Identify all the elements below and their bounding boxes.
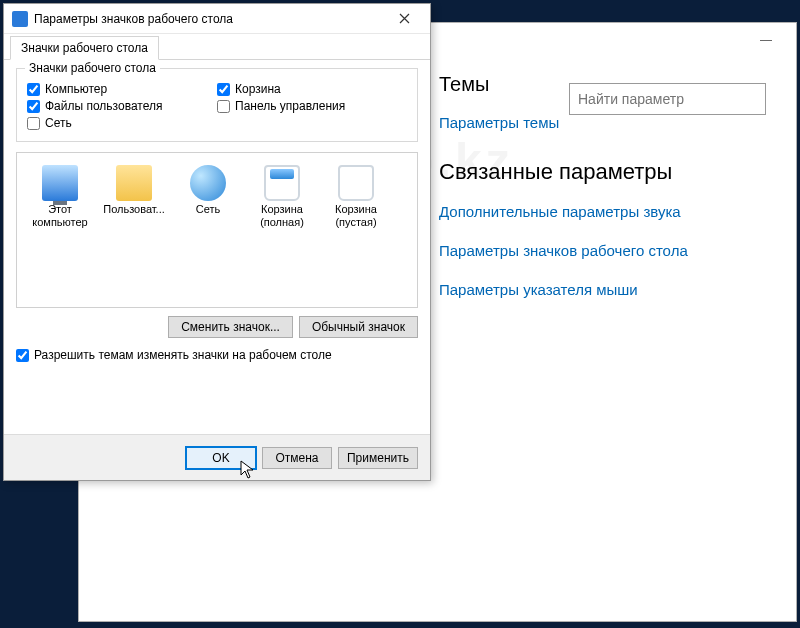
change-icon-button[interactable]: Сменить значок...	[168, 316, 293, 338]
icon-buttons-row: Сменить значок... Обычный значок	[16, 316, 418, 338]
tab-row: Значки рабочего стола	[4, 34, 430, 60]
icon-network[interactable]: Сеть	[171, 161, 245, 231]
recycle-bin-full-icon	[264, 165, 300, 201]
network-icon	[190, 165, 226, 201]
checkbox-label: Файлы пользователя	[45, 99, 162, 113]
themes-settings-link[interactable]: Параметры темы	[439, 114, 766, 131]
icon-label: (полная)	[245, 216, 319, 229]
icon-label: Корзина	[319, 203, 393, 216]
close-button[interactable]	[384, 6, 424, 32]
checkbox-recycle-bin[interactable]: Корзина	[217, 82, 407, 96]
icon-this-pc[interactable]: Этот компьютер	[23, 161, 97, 231]
cancel-button[interactable]: Отмена	[262, 447, 332, 469]
default-icon-button[interactable]: Обычный значок	[299, 316, 418, 338]
mouse-pointer-settings-link[interactable]: Параметры указателя мыши	[439, 281, 766, 298]
minimize-button[interactable]: —	[744, 25, 788, 55]
checkbox-control-panel-input[interactable]	[217, 100, 230, 113]
dialog-title: Параметры значков рабочего стола	[34, 12, 384, 26]
icon-user[interactable]: Пользоват...	[97, 161, 171, 231]
settings-content: Темы Параметры темы Связанные параметры …	[439, 63, 786, 320]
checkbox-grid: Компьютер Файлы пользователя Сеть Корзин…	[27, 79, 407, 133]
icon-label: (пустая)	[319, 216, 393, 229]
checkbox-network-input[interactable]	[27, 117, 40, 130]
allow-themes-label: Разрешить темам изменять значки на рабоч…	[34, 348, 332, 362]
checkbox-label: Сеть	[45, 116, 72, 130]
checkbox-recycle-bin-input[interactable]	[217, 83, 230, 96]
icon-label: Пользоват...	[97, 203, 171, 216]
checkbox-label: Панель управления	[235, 99, 345, 113]
checkbox-control-panel[interactable]: Панель управления	[217, 99, 407, 113]
dialog-footer: OK Отмена Применить	[4, 434, 430, 480]
icon-recycle-full[interactable]: Корзина (полная)	[245, 161, 319, 231]
icons-list[interactable]: Этот компьютер Пользоват... Сеть Корзина…	[16, 152, 418, 308]
icon-recycle-empty[interactable]: Корзина (пустая)	[319, 161, 393, 231]
icon-label: компьютер	[23, 216, 97, 229]
related-heading: Связанные параметры	[439, 159, 766, 185]
checkbox-network[interactable]: Сеть	[27, 116, 217, 130]
icon-label: Корзина	[245, 203, 319, 216]
allow-themes-checkbox[interactable]: Разрешить темам изменять значки на рабоч…	[16, 348, 418, 362]
desktop-icons-settings-link[interactable]: Параметры значков рабочего стола	[439, 242, 766, 259]
recycle-bin-empty-icon	[338, 165, 374, 201]
groupbox-legend: Значки рабочего стола	[25, 61, 160, 75]
checkbox-computer[interactable]: Компьютер	[27, 82, 217, 96]
checkbox-label: Корзина	[235, 82, 281, 96]
apply-button[interactable]: Применить	[338, 447, 418, 469]
dialog-app-icon	[12, 11, 28, 27]
tab-desktop-icons[interactable]: Значки рабочего стола	[10, 36, 159, 60]
checkbox-user-files[interactable]: Файлы пользователя	[27, 99, 217, 113]
allow-themes-input[interactable]	[16, 349, 29, 362]
themes-heading: Темы	[439, 73, 766, 96]
icons-groupbox: Значки рабочего стола Компьютер Файлы по…	[16, 68, 418, 142]
tab-panel: Значки рабочего стола Компьютер Файлы по…	[4, 60, 430, 370]
checkbox-user-files-input[interactable]	[27, 100, 40, 113]
checkbox-label: Компьютер	[45, 82, 107, 96]
sound-settings-link[interactable]: Дополнительные параметры звука	[439, 203, 766, 220]
close-icon	[399, 13, 410, 24]
checkbox-computer-input[interactable]	[27, 83, 40, 96]
ok-button[interactable]: OK	[186, 447, 256, 469]
folder-icon	[116, 165, 152, 201]
desktop-icon-settings-dialog: Параметры значков рабочего стола Значки …	[3, 3, 431, 481]
computer-icon	[42, 165, 78, 201]
dialog-titlebar[interactable]: Параметры значков рабочего стола	[4, 4, 430, 34]
icon-label: Сеть	[171, 203, 245, 216]
